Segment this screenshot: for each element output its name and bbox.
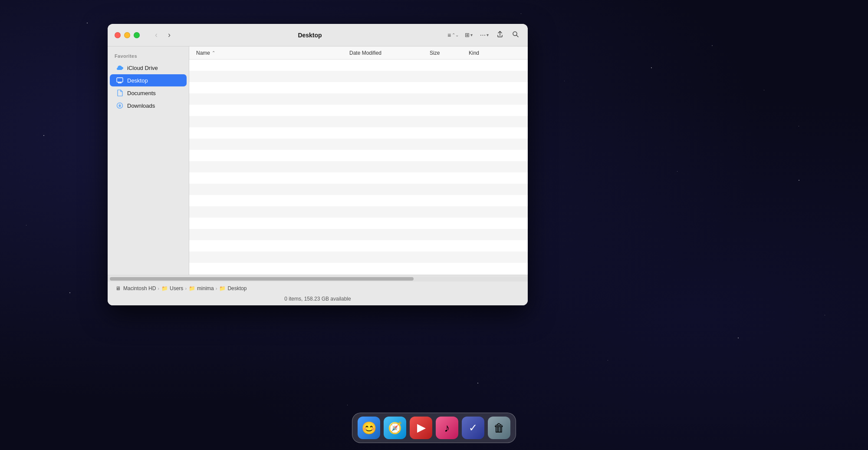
nav-buttons: ‹ › bbox=[147, 29, 179, 41]
table-row bbox=[189, 93, 528, 105]
traffic-lights bbox=[108, 32, 147, 38]
finder-icon: 😊 bbox=[362, 421, 377, 435]
sidebar-label-downloads: Downloads bbox=[127, 103, 155, 109]
maximize-button[interactable] bbox=[134, 32, 140, 38]
dock-item-tasks[interactable]: ✓ bbox=[462, 417, 484, 439]
search-button[interactable] bbox=[509, 28, 523, 42]
table-row bbox=[189, 71, 528, 82]
breadcrumb-item-minima[interactable]: 📁 minima bbox=[188, 285, 214, 292]
content-area: Favorites iCloud Drive bbox=[108, 46, 528, 275]
scrollbar-thumb[interactable] bbox=[110, 277, 414, 281]
dock-item-finder[interactable]: 😊 bbox=[358, 417, 380, 439]
toolbar-actions: ≡ ⌃⌄ ⊞ ▾ ··· ▾ bbox=[441, 28, 528, 42]
breadcrumb-label-desktop: Desktop bbox=[227, 285, 247, 291]
breadcrumb-label-hd: Macintosh HD bbox=[123, 285, 156, 291]
column-date-label: Date Modified bbox=[349, 50, 381, 56]
table-row bbox=[189, 172, 528, 184]
music-icon: ♪ bbox=[444, 421, 450, 435]
scrollbar[interactable] bbox=[108, 276, 528, 281]
status-bar: 0 items, 158.23 GB available bbox=[108, 294, 528, 305]
hd-icon: 🖥 bbox=[115, 285, 122, 292]
back-button[interactable]: ‹ bbox=[150, 29, 162, 41]
breadcrumb-sep-3: › bbox=[216, 286, 217, 291]
table-row bbox=[189, 251, 528, 263]
sidebar-label-documents: Documents bbox=[127, 90, 156, 96]
list-view-icon: ≡ bbox=[447, 32, 451, 39]
table-row bbox=[189, 60, 528, 71]
dock-item-action[interactable]: ▶ bbox=[410, 417, 432, 439]
table-row bbox=[189, 240, 528, 251]
breadcrumb-item-desktop[interactable]: 📁 Desktop bbox=[219, 285, 247, 292]
trash-icon: 🗑 bbox=[493, 421, 505, 435]
grid-chevron-icon: ▾ bbox=[470, 33, 473, 37]
list-view-button[interactable]: ≡ ⌃⌄ bbox=[446, 28, 460, 42]
table-row bbox=[189, 229, 528, 240]
table-row bbox=[189, 195, 528, 206]
column-size[interactable]: Size bbox=[430, 50, 469, 56]
sidebar-label-desktop: Desktop bbox=[127, 77, 148, 84]
share-icon bbox=[496, 31, 503, 40]
close-button[interactable] bbox=[115, 32, 121, 38]
sidebar-label-icloud: iCloud Drive bbox=[127, 65, 158, 71]
table-row bbox=[189, 206, 528, 218]
action-icon: ▶ bbox=[417, 422, 425, 434]
more-actions-icon: ··· bbox=[480, 31, 486, 39]
sidebar-item-desktop[interactable]: Desktop bbox=[110, 74, 187, 86]
breadcrumb-sep-1: › bbox=[158, 286, 159, 291]
column-kind-label: Kind bbox=[469, 50, 479, 56]
table-row bbox=[189, 116, 528, 127]
window-title: Desktop bbox=[179, 32, 441, 39]
users-folder-icon: 📁 bbox=[161, 285, 168, 292]
dock: 😊 🧭 ▶ ♪ ✓ 🗑 bbox=[352, 413, 516, 443]
column-date-modified[interactable]: Date Modified bbox=[349, 50, 430, 56]
sidebar-item-documents[interactable]: Documents bbox=[110, 87, 187, 99]
breadcrumb-item-users[interactable]: 📁 Users bbox=[161, 285, 183, 292]
breadcrumb-label-users: Users bbox=[170, 285, 183, 291]
svg-rect-2 bbox=[117, 78, 123, 82]
sort-asc-icon: ⌃ bbox=[212, 50, 215, 55]
sidebar: Favorites iCloud Drive bbox=[108, 46, 189, 275]
forward-button[interactable]: › bbox=[163, 29, 175, 41]
finder-window: ‹ › Desktop ≡ ⌃⌄ ⊞ ▾ ··· ▾ bbox=[108, 24, 528, 305]
column-kind[interactable]: Kind bbox=[469, 50, 521, 56]
minima-folder-icon: 📁 bbox=[188, 285, 195, 292]
bottom-bar: 🖥 Macintosh HD › 📁 Users › 📁 minima › 📁 … bbox=[108, 275, 528, 305]
grid-view-icon: ⊞ bbox=[465, 32, 470, 38]
table-row bbox=[189, 127, 528, 139]
file-list-header: Name ⌃ Date Modified Size Kind bbox=[189, 46, 528, 60]
column-name[interactable]: Name ⌃ bbox=[196, 50, 349, 56]
table-row bbox=[189, 139, 528, 150]
table-row bbox=[189, 82, 528, 93]
sort-chevron-icon: ⌃⌄ bbox=[452, 33, 459, 37]
svg-line-1 bbox=[516, 35, 518, 37]
search-icon bbox=[512, 31, 519, 40]
more-chevron-icon: ▾ bbox=[487, 33, 489, 37]
tasks-icon: ✓ bbox=[469, 422, 477, 434]
title-bar: ‹ › Desktop ≡ ⌃⌄ ⊞ ▾ ··· ▾ bbox=[108, 24, 528, 46]
table-row bbox=[189, 263, 528, 274]
breadcrumb: 🖥 Macintosh HD › 📁 Users › 📁 minima › 📁 … bbox=[108, 282, 528, 294]
more-actions-button[interactable]: ··· ▾ bbox=[477, 28, 491, 42]
downloads-icon bbox=[116, 102, 124, 109]
dock-item-music[interactable]: ♪ bbox=[436, 417, 458, 439]
sidebar-section-favorites: Favorites bbox=[108, 52, 189, 61]
breadcrumb-sep-2: › bbox=[185, 286, 187, 291]
sidebar-item-icloud-drive[interactable]: iCloud Drive bbox=[110, 62, 187, 74]
sidebar-item-downloads[interactable]: Downloads bbox=[110, 99, 187, 112]
table-row bbox=[189, 184, 528, 195]
column-name-label: Name bbox=[196, 50, 210, 56]
table-row bbox=[189, 150, 528, 161]
share-button[interactable] bbox=[493, 28, 507, 42]
table-row bbox=[189, 105, 528, 116]
desktop-folder-icon: 📁 bbox=[219, 285, 226, 292]
grid-view-button[interactable]: ⊞ ▾ bbox=[462, 28, 476, 42]
breadcrumb-label-minima: minima bbox=[197, 285, 214, 291]
status-text: 0 items, 158.23 GB available bbox=[284, 296, 351, 302]
minimize-button[interactable] bbox=[124, 32, 130, 38]
breadcrumb-item-hd[interactable]: 🖥 Macintosh HD bbox=[115, 285, 156, 292]
dock-item-trash[interactable]: 🗑 bbox=[488, 417, 510, 439]
file-list: Name ⌃ Date Modified Size Kind bbox=[189, 46, 528, 275]
dock-item-safari[interactable]: 🧭 bbox=[384, 417, 406, 439]
documents-icon bbox=[116, 89, 124, 97]
desktop-icon bbox=[116, 76, 124, 84]
